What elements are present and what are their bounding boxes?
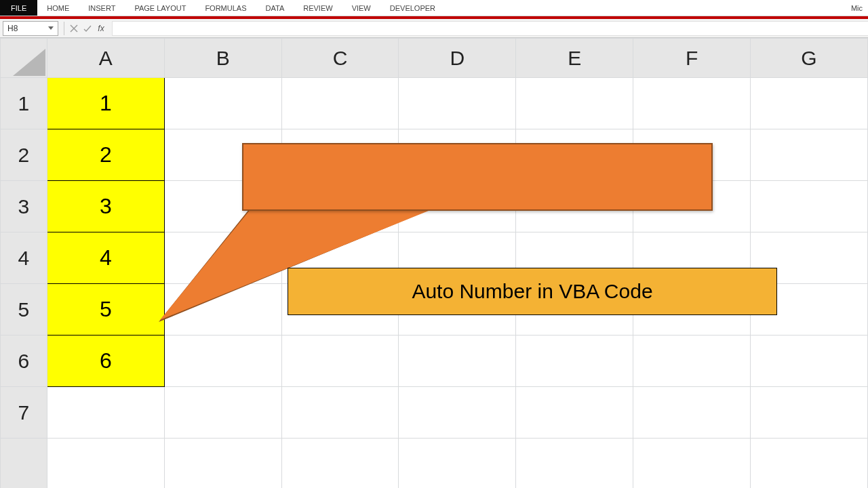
cell-c1[interactable] [281, 78, 399, 129]
cell-b3[interactable] [164, 181, 281, 232]
cell-f4[interactable] [633, 232, 751, 284]
cell-c2[interactable] [281, 129, 399, 181]
row-head-8[interactable] [1, 439, 47, 489]
cell-g2[interactable] [751, 129, 868, 181]
cell-e6[interactable] [516, 336, 633, 387]
worksheet[interactable]: A B C D E F G 1 1 2 2 3 3 [0, 38, 868, 488]
cell-a7[interactable] [47, 387, 164, 439]
name-box-value: H8 [7, 24, 18, 33]
cell-b1[interactable] [164, 78, 281, 129]
cell-e5[interactable] [516, 284, 633, 336]
cell-a5[interactable]: 5 [47, 284, 164, 336]
cell-f6[interactable] [633, 336, 751, 387]
cell-g7[interactable] [751, 387, 868, 439]
tab-review[interactable]: REVIEW [294, 0, 342, 16]
cell-c6[interactable] [281, 336, 399, 387]
cell-e2[interactable] [516, 129, 633, 181]
row-head-1[interactable]: 1 [1, 78, 47, 129]
col-head-b[interactable]: B [164, 39, 281, 78]
row-head-2[interactable]: 2 [1, 129, 47, 181]
cell-f1[interactable] [633, 78, 751, 129]
cell-c4[interactable] [281, 232, 399, 284]
cell-f3[interactable] [633, 181, 751, 232]
tab-data[interactable]: DATA [256, 0, 294, 16]
cell-c3[interactable] [281, 181, 399, 232]
row-head-4[interactable]: 4 [1, 232, 47, 284]
cell-a3[interactable]: 3 [47, 181, 164, 232]
cell-a1[interactable]: 1 [47, 78, 164, 129]
cell-a4[interactable]: 4 [47, 232, 164, 284]
cell-c7[interactable] [281, 387, 399, 439]
cell-d1[interactable] [399, 78, 516, 129]
cell-g5[interactable] [751, 284, 868, 336]
cell-e8[interactable] [516, 439, 633, 489]
cell-e1[interactable] [516, 78, 633, 129]
cell-e4[interactable] [516, 232, 633, 284]
cell-f5[interactable] [633, 284, 751, 336]
cell-g6[interactable] [751, 336, 868, 387]
tab-developer[interactable]: DEVELOPER [380, 0, 445, 16]
tab-page-layout[interactable]: PAGE LAYOUT [125, 0, 195, 16]
cancel-formula-icon[interactable] [67, 21, 81, 36]
tab-formulas[interactable]: FORMULAS [195, 0, 256, 16]
cell-a8[interactable] [47, 439, 164, 489]
col-head-d[interactable]: D [399, 39, 516, 78]
grid: A B C D E F G 1 1 2 2 3 3 [0, 38, 868, 488]
cell-a6[interactable]: 6 [47, 336, 164, 387]
col-head-a[interactable]: A [47, 39, 164, 78]
fx-icon[interactable]: fx [94, 21, 108, 36]
cell-g4[interactable] [751, 232, 868, 284]
cell-b2[interactable] [164, 129, 281, 181]
cell-f7[interactable] [633, 387, 751, 439]
cell-c5[interactable] [281, 284, 399, 336]
select-all-corner[interactable] [1, 39, 47, 78]
enter-formula-icon[interactable] [81, 21, 94, 36]
cell-d6[interactable] [399, 336, 516, 387]
row-head-5[interactable]: 5 [1, 284, 47, 336]
cell-b8[interactable] [164, 439, 281, 489]
cell-g3[interactable] [751, 181, 868, 232]
formula-input[interactable] [112, 21, 868, 36]
cell-e7[interactable] [516, 387, 633, 439]
col-head-f[interactable]: F [633, 39, 751, 78]
cell-f2[interactable] [633, 129, 751, 181]
tab-home[interactable]: HOME [37, 0, 79, 16]
cell-b7[interactable] [164, 387, 281, 439]
cell-d7[interactable] [399, 387, 516, 439]
cell-b4[interactable] [164, 232, 281, 284]
cell-b5[interactable] [164, 284, 281, 336]
tab-insert[interactable]: INSERT [79, 0, 125, 16]
row-head-3[interactable]: 3 [1, 181, 47, 232]
col-head-g[interactable]: G [751, 39, 868, 78]
col-head-e[interactable]: E [516, 39, 633, 78]
cell-b6[interactable] [164, 336, 281, 387]
ribbon-tabs: FILE HOME INSERT PAGE LAYOUT FORMULAS DA… [0, 0, 868, 16]
name-box[interactable]: H8 [3, 21, 58, 36]
formula-bar: H8 fx [0, 19, 868, 38]
cell-g1[interactable] [751, 78, 868, 129]
cell-d2[interactable] [399, 129, 516, 181]
tab-view[interactable]: VIEW [342, 0, 380, 16]
cell-d8[interactable] [399, 439, 516, 489]
row-head-7[interactable]: 7 [1, 387, 47, 439]
cell-g8[interactable] [751, 439, 868, 489]
row-head-6[interactable]: 6 [1, 336, 47, 387]
divider [64, 22, 64, 35]
cell-d4[interactable] [399, 232, 516, 284]
cell-e3[interactable] [516, 181, 633, 232]
cell-a2[interactable]: 2 [47, 129, 164, 181]
cell-d5[interactable] [399, 284, 516, 336]
cell-c8[interactable] [281, 439, 399, 489]
cell-d3[interactable] [399, 181, 516, 232]
cell-f8[interactable] [633, 439, 751, 489]
tab-file[interactable]: FILE [0, 0, 37, 16]
chevron-down-icon[interactable] [48, 26, 54, 30]
window-title-fragment: Mic [846, 0, 868, 16]
col-head-c[interactable]: C [281, 39, 399, 78]
